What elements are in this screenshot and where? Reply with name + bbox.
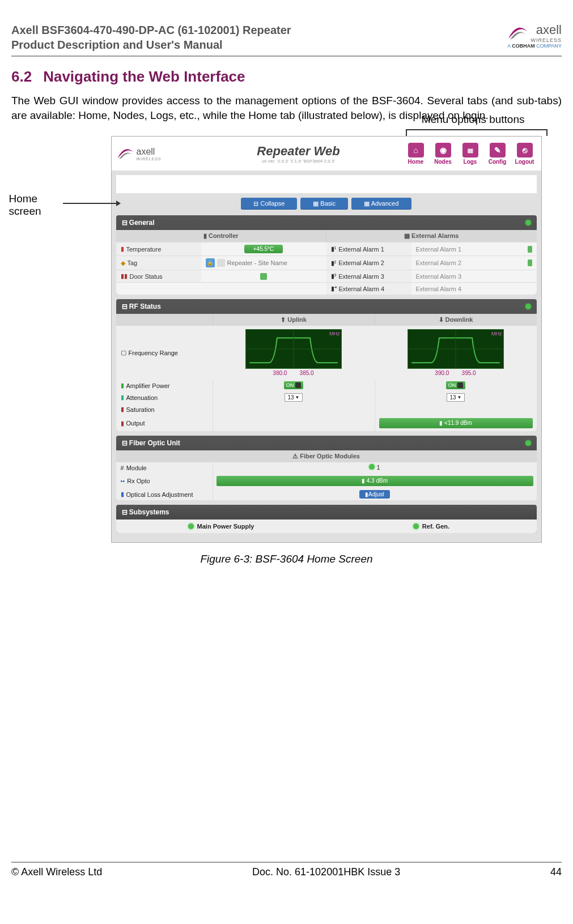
- downlink-att-select[interactable]: 13▼: [447, 393, 464, 402]
- collapse-button[interactable]: ⊟ Collapse: [241, 198, 297, 210]
- main-power-supply: Main Power Supply: [116, 520, 326, 533]
- status-dot-icon: [369, 464, 375, 470]
- doc-title-line2: Product Description and User's Manual: [11, 37, 291, 52]
- footer-left: © Axell Wireless Ltd: [11, 866, 102, 878]
- nav-config[interactable]: ✎Config: [485, 143, 511, 165]
- section-heading: 6.2Navigating the Web Interface: [11, 68, 562, 86]
- alarms-header: ▦ External Alarms: [326, 230, 537, 242]
- output-value: ▮ <11.9 dBm: [379, 418, 533, 428]
- uplink-graph: MHz: [245, 329, 342, 369]
- module-value: 1: [376, 464, 380, 471]
- section-number: 6.2: [11, 68, 32, 85]
- optical-loss-label: ▮Optical Loss Adjustment: [116, 488, 213, 500]
- downlink-header: ⬇ Downlink: [375, 314, 537, 326]
- page-footer: © Axell Wireless Ltd Doc. No. 61-102001H…: [11, 862, 562, 878]
- att-label: ▮Attenuation: [116, 391, 213, 403]
- brand-logo: axell WIRELESS A COBHAM COMPANY: [506, 23, 562, 49]
- nav-logs[interactable]: ≣Logs: [457, 143, 483, 165]
- tag-label: ◆Tag: [116, 256, 201, 270]
- tag-value: Repeater - Site Name: [227, 259, 287, 266]
- alarm1-value: External Alarm 1: [411, 242, 523, 256]
- rx-opto-value: ▮ 4.3 dBm: [217, 476, 533, 486]
- alarm2-label: ▮² External Alarm 2: [326, 256, 411, 270]
- lock-icon[interactable]: 🔒: [206, 258, 215, 267]
- config-icon: ✎: [490, 143, 506, 157]
- status-indicator-icon: [528, 259, 532, 266]
- temperature-value: +45.5°C: [244, 245, 283, 253]
- page-header: Axell BSF3604-470-490-DP-AC (61-102001) …: [11, 23, 562, 57]
- rx-opto-label: ••Rx Opto: [116, 474, 213, 488]
- sat-label: ▮Saturation: [116, 403, 213, 415]
- home-blank-area: [116, 175, 537, 193]
- door-status-icon: [260, 273, 267, 280]
- ref-gen: Ref. Gen.: [326, 520, 537, 533]
- alarm2-value: External Alarm 2: [411, 256, 523, 270]
- nav-logout[interactable]: ⎋Logout: [512, 143, 538, 165]
- nodes-icon: ◉: [435, 143, 451, 157]
- edit-icon[interactable]: [217, 259, 225, 267]
- brand-name: axell: [530, 23, 562, 37]
- status-dot-icon: [525, 220, 531, 225]
- output-label: ▮Output: [116, 415, 213, 431]
- section-title-text: Navigating the Web Interface: [43, 68, 245, 85]
- door-label: ▮▮Door Status: [116, 270, 201, 282]
- alarm4-label: ▮⁴ External Alarm 4: [326, 283, 411, 295]
- nav-home[interactable]: ⌂Home: [403, 143, 429, 165]
- adjust-button[interactable]: ▮Adjust: [359, 490, 390, 499]
- footer-right: 44: [550, 866, 562, 878]
- annotation-home: Home screen: [9, 193, 41, 218]
- fiber-modules-header: ⚠ Fiber Optic Modules: [116, 450, 537, 462]
- status-indicator-icon: [528, 246, 532, 253]
- brand-sub: WIRELESS: [530, 37, 562, 43]
- module-label: # Module: [116, 462, 213, 474]
- uplink-amp-toggle[interactable]: ON: [284, 381, 304, 389]
- amp-label: ▮Amplifier Power: [116, 380, 213, 391]
- alarm3-value: External Alarm 3: [411, 270, 523, 282]
- annotation-arrow: [63, 203, 120, 204]
- rf-panel: ⊟ RF Status x ⬆ Uplink ⬇ Downlink ▢ Freq…: [116, 299, 537, 431]
- temperature-label: ▮Temperature: [116, 242, 201, 256]
- basic-button[interactable]: ▦ Basic: [300, 198, 348, 210]
- app-title: Repeater Web: [194, 144, 403, 159]
- home-icon: ⌂: [408, 143, 424, 157]
- controller-header: ▮ Controller: [116, 230, 326, 242]
- annotation-brace: [406, 129, 547, 138]
- advanced-button[interactable]: ▦ Advanced: [351, 198, 411, 210]
- status-dot-icon: [413, 523, 419, 529]
- uplink-header: ⬆ Uplink: [213, 314, 375, 326]
- main-nav: ⌂Home ◉Nodes ≣Logs ✎Config ⎋Logout: [403, 143, 538, 165]
- alarm3-label: ▮³ External Alarm 3: [326, 270, 411, 282]
- footer-center: Doc. No. 61-102001HBK Issue 3: [252, 866, 400, 878]
- app-logo: axell WIRELESS: [115, 146, 194, 161]
- status-dot-icon: [525, 440, 531, 446]
- doc-title: Axell BSF3604-470-490-DP-AC (61-102001) …: [11, 23, 291, 52]
- app-version: oil Ver. '2.0.3' '2.1.0' 'BSF3604 2.0.3': [194, 159, 403, 164]
- uplink-att-select[interactable]: 13▼: [285, 393, 302, 402]
- alarm4-value: External Alarm 4: [411, 283, 523, 295]
- doc-title-line1: Axell BSF3604-470-490-DP-AC (61-102001) …: [11, 23, 291, 37]
- axell-swirl-icon: [506, 24, 528, 41]
- subsystems-panel: ⊟ Subsystems Main Power Supply Ref. Gen.: [116, 505, 537, 533]
- status-dot-icon: [188, 523, 194, 529]
- brand-tagline: A COBHAM COMPANY: [506, 43, 562, 49]
- downlink-amp-toggle[interactable]: ON: [446, 381, 466, 389]
- downlink-graph: MHz: [408, 329, 504, 369]
- freq-label: ▢ Frequency Range: [116, 326, 213, 380]
- figure-caption: Figure 6-3: BSF-3604 Home Screen: [15, 553, 559, 565]
- nav-nodes[interactable]: ◉Nodes: [430, 143, 456, 165]
- status-dot-icon: [525, 304, 531, 309]
- alarm1-label: ▮¹ External Alarm 1: [326, 242, 411, 256]
- axell-swirl-icon: [115, 146, 134, 161]
- logs-icon: ≣: [462, 143, 478, 157]
- logout-icon: ⎋: [517, 143, 533, 157]
- screenshot: axell WIRELESS Repeater Web oil Ver. '2.…: [111, 136, 542, 543]
- general-panel: ⊟ General ▮ Controller ▦ External Alarms…: [116, 215, 537, 295]
- fiber-panel: ⊟ Fiber Optic Unit ⚠ Fiber Optic Modules…: [116, 436, 537, 500]
- annotation-menu: Menu options buttons: [422, 113, 525, 126]
